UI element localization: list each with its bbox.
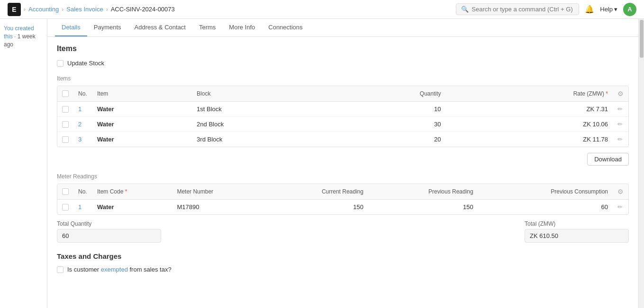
row1-rate: ZK 7.31 <box>446 102 613 117</box>
breadcrumb-sep-1: › <box>24 6 26 13</box>
items-col-no: No. <box>73 86 92 102</box>
row3-edit-icon[interactable]: ✏ <box>617 136 623 143</box>
topnav-left: E › Accounting › Sales Invoice › ACC-SIN… <box>8 3 175 16</box>
row1-quantity: 10 <box>330 102 445 117</box>
meter-col-actions: ⚙ <box>613 184 628 200</box>
tax-exemption-checkbox[interactable] <box>57 266 63 273</box>
items-section-title: Items <box>57 44 629 53</box>
rate-required-star: * <box>606 90 608 97</box>
row1-checkbox-cell <box>57 102 73 117</box>
avatar[interactable]: A <box>623 3 636 16</box>
items-table-body: 1 Water 1st Block 10 ZK 7.31 ✏ 2 <box>57 102 628 147</box>
tab-connections[interactable]: Connections <box>262 19 309 36</box>
meter-row1-meter-number: M17890 <box>172 200 264 215</box>
meter-row1-item-code: Water <box>92 200 172 215</box>
meter-row1-checkbox[interactable] <box>62 204 69 211</box>
meter-row1-current-reading: 150 <box>265 200 368 215</box>
items-col-rate: Rate (ZMW) * <box>446 86 613 102</box>
meter-col-checkbox <box>57 184 73 200</box>
chevron-down-icon: ▾ <box>614 6 617 13</box>
notifications-icon[interactable]: 🔔 <box>585 5 594 14</box>
row3-edit[interactable]: ✏ <box>613 132 628 147</box>
row1-block: 1st Block <box>192 102 330 117</box>
download-button[interactable]: Download <box>587 153 629 166</box>
row2-item: Water <box>92 117 192 132</box>
items-col-item: Item <box>92 86 192 102</box>
update-stock-checkbox[interactable] <box>57 60 63 67</box>
meter-col-current-reading: Current Reading <box>265 184 368 200</box>
scrollbar[interactable] <box>638 19 644 308</box>
tax-exemption-row: Is customer exempted from sales tax? <box>57 266 629 273</box>
total-zmw-value: ZK 610.50 <box>525 229 629 243</box>
tab-details[interactable]: Details <box>55 19 87 36</box>
update-stock-label: Update Stock <box>67 60 104 67</box>
items-select-all-checkbox[interactable] <box>62 90 69 97</box>
items-col-checkbox <box>57 86 73 102</box>
row3-rate: ZK 11.78 <box>446 132 613 147</box>
row2-block: 2nd Block <box>192 117 330 132</box>
tab-address-contact[interactable]: Address & Contact <box>128 19 192 36</box>
created-info: You created this · 1 week ago <box>4 25 43 48</box>
row2-quantity: 30 <box>330 117 445 132</box>
row1-edit[interactable]: ✏ <box>613 102 628 117</box>
row1-edit-icon[interactable]: ✏ <box>617 106 623 113</box>
meter-select-all-checkbox[interactable] <box>62 188 69 195</box>
tab-more-info[interactable]: More Info <box>222 19 262 36</box>
total-zmw-label: Total (ZMW) <box>525 220 629 227</box>
meter-row1-previous-reading: 150 <box>368 200 478 215</box>
row2-edit-icon[interactable]: ✏ <box>617 121 623 128</box>
row3-checkbox[interactable] <box>62 136 69 143</box>
tabs: Details Payments Address & Contact Terms… <box>47 19 638 37</box>
meter-readings-table: No. Item Code * Meter Number Current Rea… <box>57 184 628 214</box>
search-bar[interactable]: 🔍 <box>456 3 579 15</box>
items-table-header-row: No. Item Block Quantity Rate (ZMW) * ⚙ <box>57 86 628 102</box>
meter-row1-no: 1 <box>73 200 92 215</box>
row2-edit[interactable]: ✏ <box>613 117 628 132</box>
row2-no: 2 <box>73 117 92 132</box>
meter-col-previous-consumption: Previous Consumption <box>478 184 613 200</box>
layout: You created this · 1 week ago Details Pa… <box>0 19 644 308</box>
main-content: Details Payments Address & Contact Terms… <box>47 19 638 308</box>
row1-checkbox[interactable] <box>62 106 69 113</box>
table-row: 3 Water 3rd Block 20 ZK 11.78 ✏ <box>57 132 628 147</box>
row3-block: 3rd Block <box>192 132 330 147</box>
scrollbar-thumb[interactable] <box>640 20 644 58</box>
content-area: Items Update Stock Items No. <box>47 37 638 281</box>
help-button[interactable]: Help ▾ <box>600 6 617 13</box>
table-row: 1 Water 1st Block 10 ZK 7.31 ✏ <box>57 102 628 117</box>
breadcrumb-accounting[interactable]: Accounting <box>28 6 59 13</box>
meter-row1-edit-icon[interactable]: ✏ <box>617 203 623 211</box>
tax-exemption-label: Is customer exempted from sales tax? <box>67 266 172 273</box>
items-col-block: Block <box>192 86 330 102</box>
row2-checkbox-cell <box>57 117 73 132</box>
table-row: 2 Water 2nd Block 30 ZK 10.06 ✏ <box>57 117 628 132</box>
breadcrumb-sales-invoice[interactable]: Sales Invoice <box>66 6 103 13</box>
meter-col-no: No. <box>73 184 92 200</box>
app-logo: E <box>8 3 21 16</box>
taxes-title: Taxes and Charges <box>57 252 629 260</box>
breadcrumb-sep-2: › <box>62 6 63 13</box>
meter-readings-label: Meter Readings <box>57 173 629 180</box>
items-gear-icon[interactable]: ⚙ <box>617 90 624 97</box>
total-quantity-label: Total Quantity <box>57 220 161 227</box>
meter-gear-icon[interactable]: ⚙ <box>617 188 624 195</box>
meter-row1-edit[interactable]: ✏ <box>613 200 628 215</box>
meter-table-header-row: No. Item Code * Meter Number Current Rea… <box>57 184 628 200</box>
meter-readings-table-wrapper: No. Item Code * Meter Number Current Rea… <box>57 184 629 215</box>
tab-payments[interactable]: Payments <box>87 19 128 36</box>
topnav: E › Accounting › Sales Invoice › ACC-SIN… <box>0 0 644 19</box>
meter-col-meter-number: Meter Number <box>172 184 264 200</box>
tab-terms[interactable]: Terms <box>192 19 222 36</box>
search-input[interactable] <box>472 6 574 13</box>
topnav-right: 🔍 🔔 Help ▾ A <box>456 3 636 16</box>
total-zmw-group: Total (ZMW) ZK 610.50 <box>525 220 629 243</box>
created-dot: · <box>14 33 18 40</box>
table-row: 1 Water M17890 150 150 60 ✏ <box>57 200 628 215</box>
breadcrumb-doc-id: ACC-SINV-2024-00073 <box>111 6 175 13</box>
items-subsection-label: Items <box>57 75 629 82</box>
breadcrumb-sep-3: › <box>106 6 108 13</box>
row3-checkbox-cell <box>57 132 73 147</box>
items-table: No. Item Block Quantity Rate (ZMW) * ⚙ <box>57 86 628 147</box>
row2-checkbox[interactable] <box>62 121 69 128</box>
search-icon: 🔍 <box>461 6 469 13</box>
